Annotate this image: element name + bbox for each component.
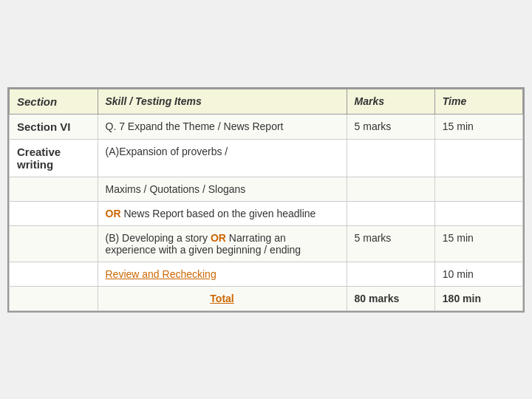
- exam-table: Section Skill / Testing Items Marks Time…: [9, 89, 523, 311]
- marks-cell-2: [347, 139, 434, 177]
- table-row: Section VI Q. 7 Expand the Theme / News …: [10, 114, 523, 139]
- time-cell-2: [434, 139, 522, 177]
- skill-cell-2: (A)Expansion of proverbs /: [98, 139, 347, 177]
- table-row: (B) Developing a story OR Narrating an e…: [10, 225, 523, 262]
- marks-cell-3: [347, 177, 434, 201]
- time-cell-3: [434, 177, 522, 201]
- skill-pre-2: (B) Developing a story: [106, 232, 211, 244]
- marks-cell-4: [347, 201, 434, 225]
- marks-cell-6: [347, 262, 434, 286]
- header-time: Time: [434, 89, 522, 114]
- or-label-2: OR: [211, 232, 226, 244]
- skill-cell-4: OR News Report based on the given headli…: [98, 201, 347, 225]
- review-label: Review and Rechecking: [106, 268, 216, 280]
- section-cell-3: [10, 177, 98, 201]
- header-section: Section: [10, 89, 98, 114]
- section-cell-5: [10, 225, 98, 262]
- skill-cell-5: (B) Developing a story OR Narrating an e…: [98, 225, 347, 262]
- skill-cell-7: Total: [98, 286, 347, 310]
- header-row: Section Skill / Testing Items Marks Time: [10, 89, 523, 114]
- time-cell-7: 180 min: [434, 286, 522, 310]
- section-cell-1: Section VI: [10, 114, 98, 139]
- time-cell-1: 15 min: [434, 114, 522, 139]
- header-skill: Skill / Testing Items: [98, 89, 347, 114]
- or-label-1: OR: [106, 208, 121, 219]
- skill-cell-3: Maxims / Quotations / Slogans: [98, 177, 347, 201]
- header-marks: Marks: [347, 89, 434, 114]
- marks-cell-7: 80 marks: [347, 286, 434, 310]
- main-table-wrapper: Section Skill / Testing Items Marks Time…: [7, 87, 525, 313]
- time-cell-6: 10 min: [434, 262, 522, 286]
- marks-cell-1: 5 marks: [347, 114, 434, 139]
- table-row: Creative writing (A)Expansion of proverb…: [10, 139, 523, 177]
- section-cell-2: Creative writing: [10, 139, 98, 177]
- skill-cell-1: Q. 7 Expand the Theme / News Report: [98, 114, 347, 139]
- marks-cell-5: 5 marks: [347, 225, 434, 262]
- time-cell-5: 15 min: [434, 225, 522, 262]
- skill-post-1: News Report based on the given headline: [121, 208, 316, 219]
- table-row: OR News Report based on the given headli…: [10, 201, 523, 225]
- table-row: Review and Rechecking 10 min: [10, 262, 523, 286]
- table-row: Total 80 marks 180 min: [10, 286, 523, 310]
- time-cell-4: [434, 201, 522, 225]
- total-label: Total: [210, 293, 233, 304]
- section-cell-4: [10, 201, 98, 225]
- skill-cell-6: Review and Rechecking: [98, 262, 347, 286]
- section-cell-7: [10, 286, 98, 310]
- section-cell-6: [10, 262, 98, 286]
- table-row: Maxims / Quotations / Slogans: [10, 177, 523, 201]
